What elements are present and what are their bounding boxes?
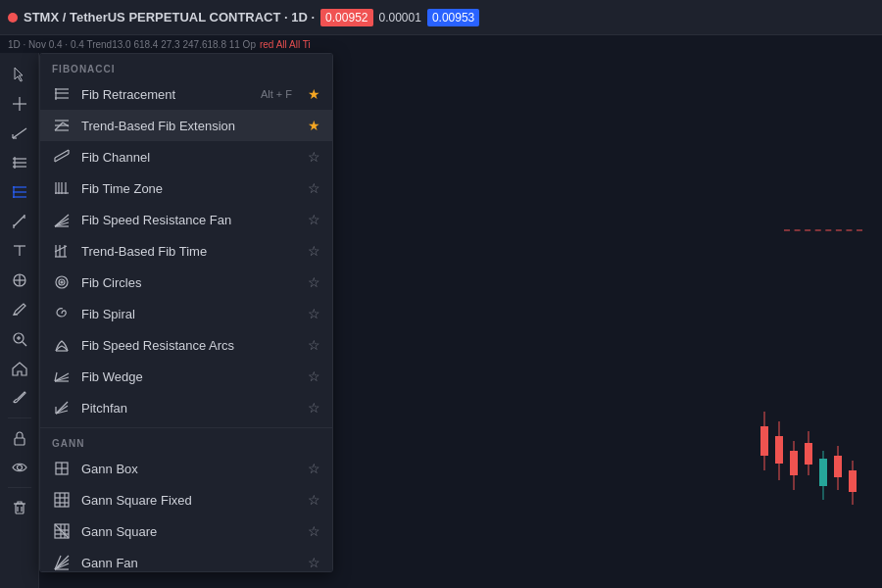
gann-sq-fixed-star[interactable]: ☆ bbox=[308, 492, 320, 508]
fib-spiral-label: Fib Spiral bbox=[81, 307, 298, 321]
fib-speed-arcs-label: Fib Speed Resistance Arcs bbox=[81, 338, 298, 353]
svg-line-55 bbox=[55, 154, 69, 162]
fib-retrace-icon bbox=[52, 84, 72, 104]
fib-spiral-star[interactable]: ☆ bbox=[308, 306, 320, 321]
fib-channel-label: Fib Channel bbox=[81, 150, 298, 165]
fib-arcs-icon bbox=[52, 335, 72, 355]
multiline-tool[interactable] bbox=[4, 149, 35, 176]
menu-item-fib-circles[interactable]: Fib Circles ☆ bbox=[40, 267, 332, 298]
text-tool[interactable] bbox=[4, 237, 35, 265]
measure-tool[interactable] bbox=[4, 208, 35, 235]
line-tool[interactable] bbox=[4, 120, 35, 147]
fib-circles-star[interactable]: ☆ bbox=[308, 274, 320, 290]
price-bid[interactable]: 0.00953 bbox=[427, 9, 479, 26]
crosshair-tool[interactable] bbox=[4, 90, 35, 118]
eye-tool[interactable] bbox=[4, 454, 35, 481]
menu-item-fib-time-zone[interactable]: Fib Time Zone ☆ bbox=[40, 172, 332, 204]
svg-line-56 bbox=[55, 150, 69, 158]
zoom-tool[interactable] bbox=[4, 325, 35, 353]
trash-tool[interactable] bbox=[4, 494, 35, 521]
menu-item-trend-based-fib-extension[interactable]: Trend-Based Fib Extension ★ bbox=[40, 110, 332, 141]
main-area: FIBONACCI Fib Retracement Alt + F ★ bbox=[0, 53, 882, 588]
trend-fib-time-star[interactable]: ☆ bbox=[308, 243, 320, 259]
svg-point-74 bbox=[59, 279, 65, 285]
svg-rect-39 bbox=[805, 443, 812, 465]
svg-rect-88 bbox=[55, 493, 69, 507]
fib-retracement-shortcut: Alt + F bbox=[261, 88, 292, 100]
fib-trend-time-icon bbox=[52, 241, 72, 261]
cursor-tool[interactable] bbox=[4, 61, 35, 88]
menu-divider bbox=[40, 427, 332, 428]
menu-item-fib-retracement[interactable]: Fib Retracement Alt + F ★ bbox=[40, 78, 332, 110]
trend-fib-time-label: Trend-Based Fib Time bbox=[81, 244, 298, 259]
menu-item-gann-square[interactable]: Gann Square ☆ bbox=[40, 515, 332, 547]
menu-item-gann-fan[interactable]: Gann Fan ☆ bbox=[40, 547, 332, 572]
svg-point-73 bbox=[56, 276, 68, 288]
fib-retracement-star[interactable]: ★ bbox=[308, 86, 320, 102]
svg-rect-41 bbox=[819, 459, 827, 486]
fib-channel-star[interactable]: ☆ bbox=[308, 149, 320, 165]
menu-item-pitchfan[interactable]: Pitchfan ☆ bbox=[40, 392, 332, 423]
brush-tool[interactable] bbox=[4, 384, 35, 412]
fib-channel-icon bbox=[52, 147, 72, 167]
trend-fib-ext-star[interactable]: ★ bbox=[308, 118, 320, 133]
menu-item-gann-box[interactable]: Gann Box ☆ bbox=[40, 453, 332, 484]
menu-item-fib-spiral[interactable]: Fib Spiral ☆ bbox=[40, 298, 332, 329]
svg-point-27 bbox=[17, 466, 22, 470]
fib-time-icon bbox=[52, 178, 72, 198]
home-tool[interactable] bbox=[4, 355, 35, 382]
svg-line-23 bbox=[23, 342, 26, 346]
fib-time-zone-star[interactable]: ☆ bbox=[308, 180, 320, 196]
gann-fan-label: Gann Fan bbox=[81, 556, 298, 570]
svg-rect-33 bbox=[760, 426, 768, 456]
menu-item-fib-speed-resistance-fan[interactable]: Fib Speed Resistance Fan ☆ bbox=[40, 204, 332, 235]
svg-rect-43 bbox=[834, 456, 842, 477]
fibonacci-dropdown: FIBONACCI Fib Retracement Alt + F ★ bbox=[39, 53, 333, 572]
menu-item-fib-speed-resistance-arcs[interactable]: Fib Speed Resistance Arcs ☆ bbox=[40, 329, 332, 361]
fib-wedge-star[interactable]: ☆ bbox=[308, 368, 320, 384]
symbol-text: STMX / TetherUS PERPETUAL CONTRACT · 1D … bbox=[24, 10, 315, 24]
price-line bbox=[784, 229, 862, 231]
gann-sq-fixed-icon bbox=[52, 490, 72, 510]
fib-time-zone-label: Fib Time Zone bbox=[81, 181, 298, 196]
fib-wedge-icon bbox=[52, 367, 72, 386]
menu-item-fib-wedge[interactable]: Fib Wedge ☆ bbox=[40, 361, 332, 392]
gann-square-star[interactable]: ☆ bbox=[308, 523, 320, 539]
menu-item-trend-based-fib-time[interactable]: Trend-Based Fib Time ☆ bbox=[40, 235, 332, 267]
fib-tool[interactable] bbox=[4, 178, 35, 206]
menu-item-fib-channel[interactable]: Fib Channel ☆ bbox=[40, 141, 332, 172]
fib-speed-fan-star[interactable]: ☆ bbox=[308, 212, 320, 227]
gann-fan-star[interactable]: ☆ bbox=[308, 555, 320, 570]
candlestick-chart bbox=[745, 382, 882, 529]
info-red-text: red All All Ti bbox=[260, 39, 311, 50]
svg-rect-35 bbox=[775, 436, 783, 464]
fib-circles-icon bbox=[52, 272, 72, 292]
menu-item-gann-square-fixed[interactable]: Gann Square Fixed ☆ bbox=[40, 484, 332, 515]
pencil-tool[interactable] bbox=[4, 296, 35, 323]
svg-rect-29 bbox=[16, 504, 24, 514]
circle-tool[interactable] bbox=[4, 267, 35, 294]
price-current[interactable]: 0.00952 bbox=[320, 9, 372, 26]
gann-section-label: GANN bbox=[40, 432, 332, 453]
fibonacci-section-label: FIBONACCI bbox=[40, 58, 332, 78]
left-toolbar bbox=[0, 53, 39, 588]
svg-line-13 bbox=[14, 216, 24, 226]
gann-box-icon bbox=[52, 459, 72, 478]
fib-circles-label: Fib Circles bbox=[81, 275, 298, 290]
price-change: 0.00001 bbox=[379, 11, 421, 24]
svg-rect-45 bbox=[849, 470, 857, 492]
gann-sq-fixed-label: Gann Square Fixed bbox=[81, 493, 298, 508]
toolbar-separator-1 bbox=[8, 417, 31, 418]
pitchfan-label: Pitchfan bbox=[81, 401, 298, 416]
fib-speed-arcs-star[interactable]: ☆ bbox=[308, 337, 320, 353]
svg-rect-37 bbox=[790, 451, 798, 475]
toolbar-separator-2 bbox=[8, 487, 31, 488]
gann-fan-icon bbox=[52, 553, 72, 572]
pitchfan-star[interactable]: ☆ bbox=[308, 400, 320, 416]
svg-rect-26 bbox=[15, 438, 24, 445]
svg-point-75 bbox=[61, 281, 63, 283]
gann-box-star[interactable]: ☆ bbox=[308, 461, 320, 476]
lock-tool[interactable] bbox=[4, 424, 35, 452]
pitchfan-icon bbox=[52, 398, 72, 417]
svg-line-2 bbox=[13, 128, 26, 138]
